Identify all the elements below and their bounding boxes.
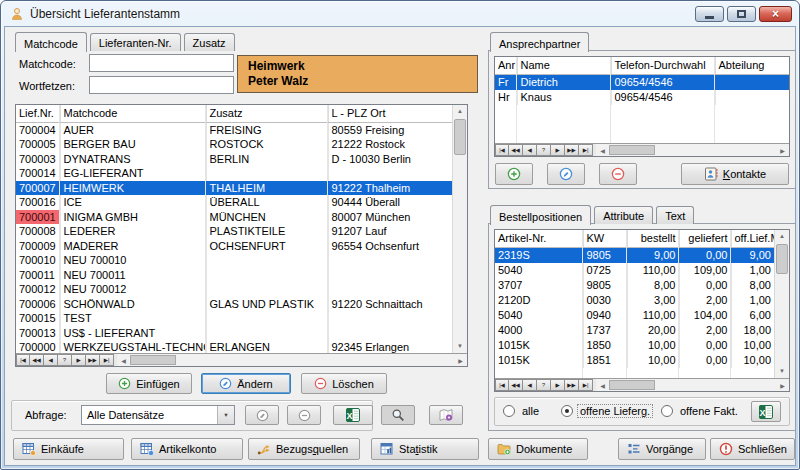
matchcode-input[interactable] [89,54,234,72]
table-row[interactable]: 700013US$ - LIEFERANT [16,326,452,341]
table-row[interactable]: 1015K185110,000,0010,00 [495,353,774,368]
delete-button[interactable]: Löschen [301,373,387,394]
table-row[interactable]: 4000173720,002,0018,00 [495,323,774,338]
minimize-button[interactable] [695,6,724,22]
table-row[interactable]: 700008LEDERERPLASTIKTEILE91207 Lauf [16,224,452,239]
vertical-scrollbar[interactable]: ▲ ▼ [452,105,467,353]
table-row[interactable]: 1015K185010,000,0010,00 [495,338,774,353]
scroll-down-icon[interactable]: ▼ [453,340,467,353]
map-settings-button[interactable] [429,405,463,425]
scroll-left-icon[interactable]: ◀ [117,354,130,366]
table-row[interactable]: 700005BERGER BAUROSTOCK21222 Rostock [16,137,452,152]
tab-lieferanten-nr[interactable]: Lieferanten-Nr. [90,33,181,51]
radio-offene-fakt[interactable]: offene Fakt. [661,405,740,417]
query-delete-button[interactable] [287,405,321,425]
scrollbar-thumb[interactable] [130,355,176,365]
schliessen-button[interactable]: Schließen [710,438,795,460]
tab-bestellpositionen[interactable]: Bestellpositionen [490,205,591,225]
artikelkonto-button[interactable]: Artikelkonto [131,438,243,460]
scroll-up-icon[interactable]: ▲ [453,105,467,118]
nav-first-button[interactable]: |◀ [495,379,509,391]
scroll-left-icon[interactable]: ◀ [596,144,609,156]
nav-next-page-button[interactable]: ▶▶ [86,354,100,366]
search-button[interactable] [381,405,415,425]
table-row[interactable]: 700001INIGMA GMBHMÜNCHEN80007 München [16,210,452,225]
scroll-right-icon[interactable]: ▶ [454,354,467,366]
scrollbar-thumb[interactable] [454,119,466,155]
nav-next-button[interactable]: ▶ [551,144,565,156]
insert-button[interactable]: Einfügen [106,373,192,394]
nav-last-button[interactable]: ▶| [579,144,593,156]
edit-button[interactable]: Ändern [201,373,291,394]
contact-delete-button[interactable] [599,163,637,185]
table-row[interactable]: 700016ICEÜBERALL90444 Überall [16,195,452,210]
table-row[interactable]: 700012NEU 700012 [16,282,452,297]
radio-alle[interactable]: alle [503,405,541,417]
nav-first-button[interactable]: |◀ [495,144,509,156]
table-row[interactable]: 50400940110,00104,006,00 [495,308,774,323]
nav-next-page-button[interactable]: ▶▶ [565,379,579,391]
contact-edit-button[interactable] [547,163,585,185]
table-row[interactable]: 700000WERKZEUGSTAHL-TECHNOERLANGEN92345 … [16,340,452,353]
table-row[interactable]: 700009MADEREROCHSENFURT96554 Ochsenfurt [16,239,452,254]
table-row[interactable]: FrDietrich09654/4546 [495,74,789,90]
tab-text[interactable]: Text [656,206,694,224]
table-row[interactable]: 700014EG-LIEFERANT [16,166,452,181]
orders-export-excel-button[interactable]: X [751,401,781,422]
nav-prior-page-button[interactable]: ◀◀ [30,354,44,366]
query-select[interactable]: Alle Datensätze ▼ [81,405,235,425]
nav-prior-page-button[interactable]: ◀◀ [509,144,523,156]
horizontal-scrollbar[interactable]: ◀ ▶ [596,144,789,156]
statistik-button[interactable]: Statistik [371,438,479,460]
table-row[interactable]: 50400725110,00109,001,00 [495,263,774,278]
bezugsquellen-button[interactable]: Bezugsquellen [248,438,360,460]
nav-search-button[interactable]: ? [537,144,551,156]
scrollbar-thumb[interactable] [609,380,655,390]
contact-add-button[interactable] [495,163,533,185]
nav-last-button[interactable]: ▶| [579,379,593,391]
table-row[interactable]: 2319S98059,000,009,00 [495,247,774,263]
query-edit-button[interactable] [245,405,279,425]
einkaeufe-button[interactable]: Einkäufe [13,438,124,460]
table-row[interactable]: 700007HEIMWERKTHALHEIM91222 Thalheim [16,181,452,196]
table-row[interactable]: 2120D00303,002,001,00 [495,293,774,308]
nav-prior-button[interactable]: ◀ [523,144,537,156]
vorgaenge-button[interactable]: Vorgänge [618,438,706,460]
nav-prior-button[interactable]: ◀ [44,354,58,366]
scroll-right-icon[interactable]: ▶ [776,144,789,156]
tab-matchcode[interactable]: Matchcode [15,32,87,52]
kontakte-button[interactable]: Kontakte [681,163,789,185]
vertical-scrollbar[interactable]: ▲ ▼ [774,230,789,378]
nav-prior-page-button[interactable]: ◀◀ [509,379,523,391]
scroll-down-icon[interactable]: ▼ [775,365,789,378]
table-row[interactable]: 370798058,000,008,00 [495,278,774,293]
close-button[interactable]: × [759,6,792,22]
table-row[interactable]: 700015TEST [16,311,452,326]
dokumente-button[interactable]: Dokumente [488,438,588,460]
nav-search-button[interactable]: ? [58,354,72,366]
nav-next-button[interactable]: ▶ [551,379,565,391]
table-row[interactable]: HrKnaus09654/4546 [495,90,789,105]
table-row[interactable]: 700006SCHÖNWALDGLAS UND PLASTIK91220 Sch… [16,297,452,312]
tab-attribute[interactable]: Attribute [594,206,653,224]
nav-next-button[interactable]: ▶ [72,354,86,366]
table-row[interactable]: 700003DYNATRANSBERLIND - 10030 Berlin [16,152,452,167]
nav-last-button[interactable]: ▶| [100,354,114,366]
wortfetzen-input[interactable] [89,76,234,94]
chevron-down-icon[interactable]: ▼ [217,406,234,424]
radio-offene-lieferung[interactable]: offene Lieferg. [561,405,652,417]
scrollbar-thumb[interactable] [776,244,788,274]
scroll-right-icon[interactable]: ▶ [776,379,789,391]
scroll-up-icon[interactable]: ▲ [775,230,789,243]
horizontal-scrollbar[interactable]: ◀ ▶ [596,379,789,391]
maximize-button[interactable] [727,6,756,22]
scrollbar-thumb[interactable] [609,145,655,155]
export-excel-button[interactable]: X [333,405,373,425]
nav-next-page-button[interactable]: ▶▶ [565,144,579,156]
scroll-left-icon[interactable]: ◀ [596,379,609,391]
nav-first-button[interactable]: |◀ [16,354,30,366]
horizontal-scrollbar[interactable]: ◀ ▶ [117,354,467,366]
table-row[interactable]: 700011NEU 700011 [16,268,452,283]
tab-zusatz[interactable]: Zusatz [184,33,235,51]
table-row[interactable]: 700004AUERFREISING80559 Freising [16,122,452,137]
